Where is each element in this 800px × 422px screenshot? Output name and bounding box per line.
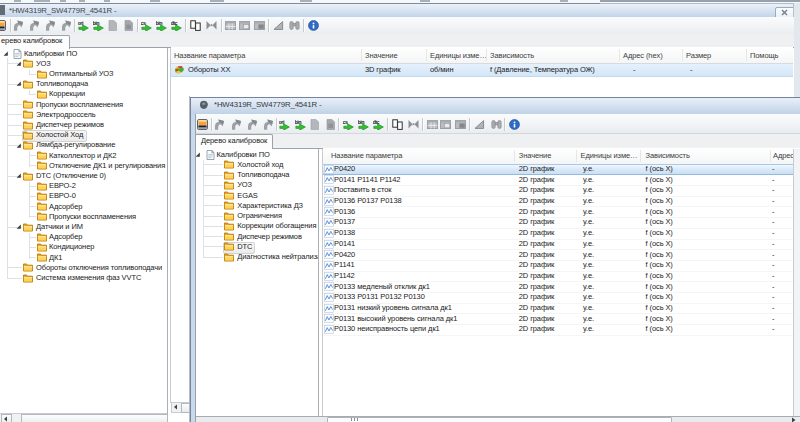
svg-text:cs: cs (343, 119, 348, 125)
svg-text:bin: bin (358, 119, 364, 125)
svg-text:dtc: dtc (373, 119, 380, 125)
